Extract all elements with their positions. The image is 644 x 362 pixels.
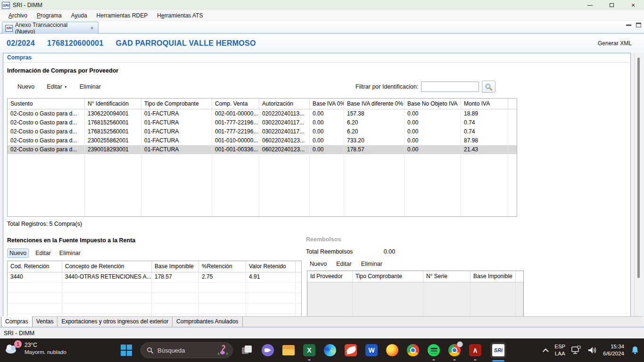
column-tipo-de-comprobante[interactable]: Tipo de Comprobante <box>141 99 212 109</box>
chat-icon[interactable] <box>261 338 274 362</box>
column-tipo-comprobante[interactable]: Tipo Comprobante <box>353 271 423 282</box>
task-view-icon[interactable] <box>240 338 254 362</box>
cell: 0.00 <box>405 136 461 145</box>
search-box[interactable]: Búsqueda <box>140 342 233 358</box>
chrome-profile-icon[interactable] <box>448 338 461 362</box>
cell: 02-Costo o Gasto para d... <box>8 127 85 136</box>
cell: 0.00 <box>405 145 461 154</box>
table-row[interactable]: 02-Costo o Gasto para d...23002558620010… <box>8 136 517 145</box>
cell <box>199 304 246 313</box>
sri-dimm-icon[interactable]: SRi <box>489 338 507 362</box>
reembolsos-editar-button[interactable]: Editar <box>334 260 354 268</box>
firefox-icon[interactable] <box>386 338 399 362</box>
cell: 01-FACTURA <box>141 118 212 127</box>
network-icon[interactable] <box>571 346 581 355</box>
scrollbar-thumb[interactable] <box>637 58 640 278</box>
cell-filler <box>296 304 301 313</box>
acrobat-icon[interactable] <box>469 338 482 362</box>
cell: 020220240113... <box>259 109 310 118</box>
menu-herramientas-ats[interactable]: Herramientas ATS <box>152 11 207 20</box>
close-button[interactable]: × <box>622 0 644 10</box>
column-concepto-de-retenci-n[interactable]: Concepto de Retención <box>62 261 152 272</box>
compras-panel: Compras Información de Compras por Prove… <box>3 53 631 327</box>
reembolsos-table: Id ProveedorTipo ComprobanteN° SerieBase… <box>307 271 524 317</box>
cell <box>344 190 405 199</box>
notification-bell-icon[interactable] <box>630 346 640 355</box>
menu-programa[interactable]: Programa <box>32 11 66 20</box>
compras-eliminar-button[interactable]: Eliminar <box>78 82 103 91</box>
column-autorizaci-n[interactable]: Autorización <box>259 99 310 109</box>
reembolsos-total: Total Reembolsos 0.00 <box>306 248 395 255</box>
table-row[interactable]: 02-Costo o Gasto para d...13062200940010… <box>8 109 517 118</box>
edge-icon[interactable] <box>323 338 337 362</box>
cell <box>8 304 62 313</box>
minimize-view-icon[interactable] <box>626 25 631 26</box>
tray-chevron-icon[interactable] <box>543 348 549 354</box>
cell <box>259 154 310 163</box>
table-row[interactable]: 02-Costo o Gasto para d...17681525600010… <box>8 127 517 136</box>
reembolsos-nuevo-button[interactable]: Nuevo <box>308 260 329 268</box>
excel-icon[interactable]: X <box>303 338 316 362</box>
cell <box>461 172 508 181</box>
column-monto-iva[interactable]: Monto IVA <box>461 99 508 109</box>
column-sustento[interactable]: Sustento <box>8 99 85 109</box>
cell: 001-010-00000... <box>212 136 259 145</box>
period-label: 02/2024 <box>7 39 35 48</box>
column-n-identificaci-n[interactable]: N° Identificación <box>85 99 141 109</box>
tab-anexo-transaccional[interactable]: SRi Anexo Transaccional (Nuevo) × <box>2 22 99 34</box>
column-base-iva-diferente-0[interactable]: Base IVA diferente 0% <box>344 99 405 109</box>
spotify-icon[interactable] <box>427 338 440 362</box>
word-icon[interactable]: W <box>365 338 378 362</box>
speaker-icon[interactable] <box>587 346 597 354</box>
cell: 0.00 <box>405 118 461 127</box>
column-n-serie[interactable]: N° Serie <box>423 271 471 282</box>
column-cod-retenci-n[interactable]: Cod. Retención <box>8 261 62 272</box>
cell <box>212 163 259 172</box>
foxit-pdf-icon[interactable] <box>344 338 357 362</box>
column-base-imponible[interactable]: Base Imponible <box>471 271 516 282</box>
compras-editar-button[interactable]: Editar▼ <box>45 82 69 91</box>
clock[interactable]: 15:34 6/6/2024 <box>603 343 624 357</box>
table-row[interactable]: 02-Costo o Gasto para d...17681525600010… <box>8 118 517 127</box>
tab-exportaciones-y-otros-ingresos-del-exterior[interactable]: Exportaciones y otros ingresos del exter… <box>58 317 173 327</box>
retenciones-eliminar-button[interactable]: Eliminar <box>58 249 83 257</box>
restore-button[interactable] <box>601 0 622 10</box>
cell <box>405 190 461 199</box>
cell <box>85 199 141 208</box>
search-button[interactable] <box>482 81 495 93</box>
vertical-scrollbar[interactable] <box>634 53 642 327</box>
cell: 02-Costo o Gasto para d... <box>8 145 85 154</box>
weather-widget[interactable]: 1 23°C Mayorm. nublado <box>5 342 66 356</box>
tab-ventas[interactable]: Ventas <box>33 317 58 327</box>
tab-compras[interactable]: Compras <box>1 316 33 327</box>
menu-herramientas-rdep[interactable]: Herramientas RDEP <box>92 11 153 20</box>
tab-close-icon[interactable]: × <box>89 25 95 32</box>
start-button[interactable] <box>120 338 133 362</box>
compras-nuevo-button[interactable]: Nuevo <box>16 82 36 91</box>
cell <box>405 163 461 172</box>
column-base-no-objeto-iva[interactable]: Base No Objeto IVA <box>405 99 461 109</box>
filter-input[interactable] <box>421 82 479 92</box>
tab-comprobantes-anulados[interactable]: Comprobantes Anulados <box>173 317 242 327</box>
column-base-iva-0[interactable]: Base IVA 0% <box>310 99 344 109</box>
column-id-proveedor[interactable]: Id Proveedor <box>307 271 353 282</box>
table-row[interactable]: 02-Costo o Gasto para d...23900182930010… <box>8 145 517 154</box>
screen: SRi SRI - DIMM × ArchivoProgramaAyudaHer… <box>0 0 644 362</box>
column-comp-venta[interactable]: Comp. Venta <box>212 99 259 109</box>
file-explorer-icon[interactable] <box>282 338 295 362</box>
column-valor-retenido[interactable]: Valor Retenido <box>246 261 296 272</box>
retenciones-editar-button[interactable]: Editar <box>33 249 53 257</box>
menu-ayuda[interactable]: Ayuda <box>66 11 92 20</box>
menu-archivo[interactable]: Archivo <box>4 11 32 20</box>
retenciones-nuevo-button[interactable]: Nuevo <box>7 248 29 258</box>
cell <box>8 190 85 199</box>
table-row[interactable]: 34403440-OTRAS RETENCIONES A...178.572.7… <box>8 272 301 283</box>
maximize-view-icon[interactable] <box>636 23 641 27</box>
column-retenci-n[interactable]: %Retención <box>199 261 246 272</box>
generar-xml-button[interactable]: Generar XML <box>598 40 632 47</box>
reembolsos-eliminar-button[interactable]: Eliminar <box>359 260 384 268</box>
language-switcher[interactable]: ESP LAA <box>554 343 565 357</box>
chrome-icon[interactable] <box>406 338 420 362</box>
column-base-imponible[interactable]: Base Imponible <box>152 261 199 272</box>
minimize-button[interactable] <box>579 0 601 10</box>
